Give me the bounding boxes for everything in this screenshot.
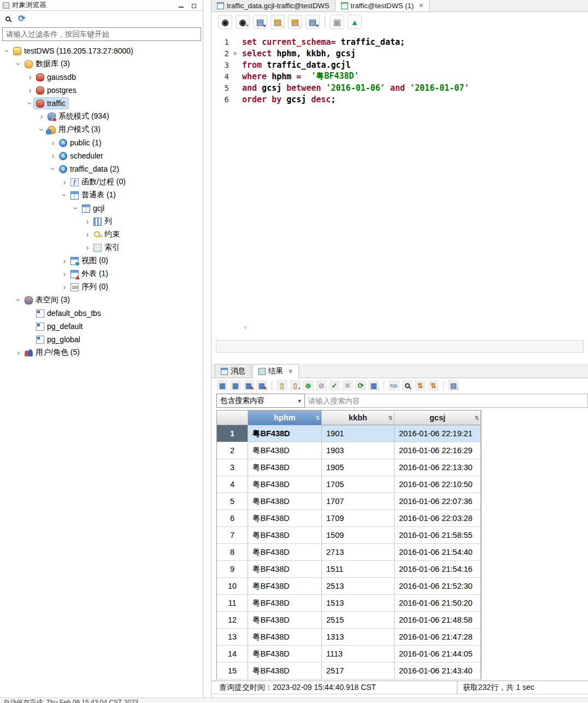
tree-item-system-schemas[interactable]: ›系统模式 (934) [0,110,203,123]
cell-hphm[interactable]: 粤BF438D [248,578,322,595]
tab-results[interactable]: 结果 ✕ [252,364,299,378]
cell-kkbh[interactable]: 2513 [322,578,395,595]
table-row[interactable]: 1粤BF438D19012016-01-06 22:19:21 [217,425,481,442]
cell-kkbh[interactable]: 1901 [322,425,395,442]
collapse-arrow-icon[interactable]: › [26,99,34,107]
cell-kkbh[interactable]: 1709 [322,510,395,527]
edit-copy-icon[interactable]: ▦✎ [243,380,254,391]
collapse-arrow-icon[interactable]: › [15,60,22,68]
row-number-cell[interactable]: 14 [217,646,248,663]
collapse-arrow-icon[interactable]: › [38,126,45,133]
cell-gcsj[interactable]: 2016-01-06 22:07:36 [395,493,481,510]
table-row[interactable]: 13粤BF438D13132016-01-06 21:47:28 [217,629,481,646]
cell-gcsj[interactable]: 2016-01-06 22:10:50 [395,476,481,493]
column-header-hphm[interactable]: hphm⇅ [248,411,322,425]
cell-kkbh[interactable]: 2713 [322,544,395,561]
cell-gcsj[interactable]: 2016-01-06 22:19:21 [395,425,481,442]
expand-arrow-icon[interactable]: › [38,113,45,120]
tree-item-indexes[interactable]: ›索引 [0,241,203,254]
cell-kkbh[interactable]: 1313 [322,629,395,646]
search-scope-dropdown[interactable]: 包含搜索内容 ▾ [216,394,305,408]
tab-messages[interactable]: 消息 [215,364,251,378]
table-row[interactable]: 11粤BF438D15132016-01-06 21:50:20 [217,595,481,612]
filter-input[interactable] [2,27,201,41]
execute-new-tab-button[interactable]: ◉+ [236,15,250,29]
tree-item-gaussdb[interactable]: ›gaussdb [0,71,203,84]
collapsed-panel-strip[interactable] [216,340,584,353]
tree-item-pg-default[interactable]: ›pg_default [0,320,203,333]
cell-kkbh[interactable]: 1705 [322,476,395,493]
row-number-cell[interactable]: 11 [217,595,248,612]
row-number-cell[interactable]: 3 [217,459,248,476]
sql-editor[interactable]: 1set current_schema= traffic_data;2⊖sele… [211,32,588,333]
refresh-grid-icon[interactable]: ⟳ [355,380,366,391]
cell-kkbh[interactable]: 1513 [322,595,395,612]
row-number-cell[interactable]: 4 [217,476,248,493]
copy-table-icon[interactable]: ▦ [230,380,241,391]
row-number-cell[interactable]: 15 [217,663,248,679]
cell-gcsj[interactable]: 2016-01-06 21:48:58 [395,612,481,629]
expand-arrow-icon[interactable]: › [61,257,68,265]
table-row[interactable]: 3粤BF438D19052016-01-06 22:13:30 [217,459,481,476]
execute-button[interactable]: ◉ [218,15,232,29]
expand-arrow-icon[interactable]: › [61,178,68,186]
cell-hphm[interactable]: 粤BF438D [248,612,322,629]
tree-item-databases[interactable]: ›数据库 (3) [0,57,203,71]
export-all-button[interactable]: ▤↓ [288,15,302,29]
cell-gcsj[interactable]: 2016-01-06 21:43:40 [395,663,481,679]
paste-append-icon[interactable]: ▯+ [290,380,301,391]
tree-item-postgres[interactable]: ›postgres [0,84,203,97]
collapse-arrow-icon[interactable]: › [61,191,68,199]
cell-hphm[interactable]: 粤BF438D [248,646,322,663]
table-row[interactable]: 7粤BF438D15092016-01-06 21:58:55 [217,527,481,544]
reuse-connection-button[interactable]: ▣ [330,15,344,29]
cell-kkbh[interactable]: 1707 [322,493,395,510]
cell-hphm[interactable]: 粤BF438D [248,629,322,646]
cell-hphm[interactable]: 粤BF438D [248,527,322,544]
refresh-button[interactable]: ⟳ [18,14,25,23]
column-header-kkbh[interactable]: kkbh⇅ [322,411,395,425]
cell-gcsj[interactable]: 2016-01-06 22:03:28 [395,510,481,527]
cell-gcsj[interactable]: 2016-01-06 22:13:30 [395,459,481,476]
close-tab-icon[interactable]: ✕ [419,2,424,9]
cell-hphm[interactable]: 粤BF438D [248,510,322,527]
grid-search-input[interactable] [305,394,588,408]
add-record-icon[interactable]: ⊕ [303,380,314,391]
expand-arrow-icon[interactable]: › [15,349,22,356]
export-grid-icon[interactable]: ▦↓ [368,380,379,391]
tree-item-columns[interactable]: ›列 [0,215,203,228]
export-result-button[interactable]: ▤↓ [271,15,285,29]
tree-item-traffic[interactable]: ›traffic [0,97,203,110]
cell-gcsj[interactable]: 2016-01-06 21:54:40 [395,544,481,561]
column-header-gcsj[interactable]: gcsj⇅ [395,411,481,425]
expand-arrow-icon[interactable]: › [61,283,68,291]
cell-hphm[interactable]: 粤BF438D [248,493,322,510]
tree-item-default-obs-tbs[interactable]: ›default_obs_tbs [0,307,203,320]
table-row[interactable]: 6粤BF438D17092016-01-06 22:03:28 [217,510,481,527]
tree-item-sequences[interactable]: ›序列 (0) [0,280,203,294]
row-number-cell[interactable]: 6 [217,510,248,527]
cell-kkbh[interactable]: 2515 [322,612,395,629]
tree-item-foreign-tables[interactable]: ›外表 (1) [0,267,203,280]
cell-kkbh[interactable]: 1509 [322,527,395,544]
export-data-icon[interactable]: ▤↓ [448,380,459,391]
cell-kkbh[interactable]: 1113 [322,646,395,663]
close-results-tab-icon[interactable]: ✕ [288,368,293,375]
tree-item-gcjl[interactable]: ›gcjl [0,202,203,215]
tab-sql-terminal[interactable]: traffic@testDWS (1) ✕ [336,0,430,11]
save-query-button[interactable]: ▤● [253,15,267,29]
fold-indicator-icon[interactable]: ⊖ [233,50,242,57]
tree-item-scheduler[interactable]: ›scheduler [0,149,203,162]
collapse-arrow-icon[interactable]: › [49,165,57,173]
cell-kkbh[interactable]: 1511 [322,561,395,578]
row-number-cell[interactable]: 2 [217,442,248,459]
search-grid-icon[interactable] [402,380,413,391]
rollback-icon[interactable]: ✕ [342,380,353,391]
table-row[interactable]: 15粤BF438D25172016-01-06 21:43:40 [217,663,481,679]
search-button[interactable] [5,14,10,23]
row-number-cell[interactable]: 9 [217,561,248,578]
expand-arrow-icon[interactable]: › [84,218,91,225]
tree-item-functions[interactable]: ›函数/过程 (0) [0,175,203,189]
expand-arrow-icon[interactable]: › [84,244,91,251]
tree-item-constraints[interactable]: ›约束 [0,228,203,241]
